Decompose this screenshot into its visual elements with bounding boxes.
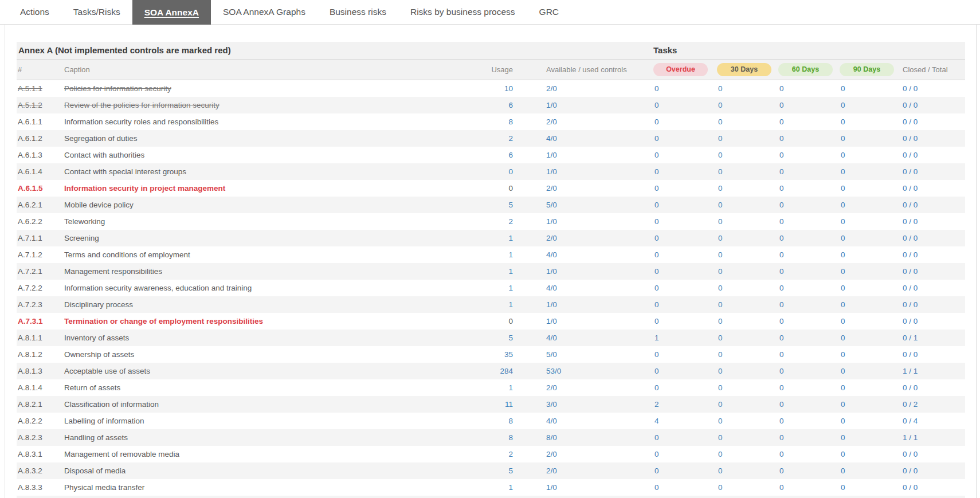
overdue-count[interactable]: 0	[653, 350, 717, 359]
closed-total-value[interactable]: 0 / 2	[901, 400, 965, 409]
30-days-count[interactable]: 0	[717, 101, 778, 109]
usage-value[interactable]: 1	[462, 267, 513, 276]
closed-total-value[interactable]: 0 / 0	[901, 250, 965, 259]
available-used-value[interactable]: 2/0	[513, 466, 653, 475]
90-days-count[interactable]: 0	[840, 134, 901, 143]
overdue-count[interactable]: 0	[653, 367, 717, 375]
90-days-count[interactable]: 0	[840, 184, 901, 193]
overdue-count[interactable]: 0	[653, 201, 717, 209]
tab-business-risks[interactable]: Business risks	[317, 0, 398, 24]
available-used-value[interactable]: 2/0	[513, 383, 653, 392]
30-days-count[interactable]: 0	[717, 317, 778, 326]
90-days-count[interactable]: 0	[840, 400, 901, 409]
closed-total-value[interactable]: 0 / 0	[901, 217, 965, 226]
available-used-value[interactable]: 1/0	[513, 267, 653, 276]
30-days-count[interactable]: 0	[717, 400, 778, 409]
available-used-value[interactable]: 8/0	[513, 433, 653, 442]
60-days-count[interactable]: 0	[778, 483, 840, 492]
60-days-count[interactable]: 0	[778, 466, 840, 475]
60-days-count[interactable]: 0	[778, 117, 840, 126]
60-days-count[interactable]: 0	[778, 184, 840, 193]
90-days-count[interactable]: 0	[840, 450, 901, 458]
90-days-count[interactable]: 0	[840, 250, 901, 259]
60-days-count[interactable]: 0	[778, 400, 840, 409]
30-days-count[interactable]: 0	[717, 217, 778, 226]
90-days-count[interactable]: 0	[840, 84, 901, 93]
tab-soa-annexa[interactable]: SOA AnnexA	[132, 0, 211, 25]
overdue-count[interactable]: 0	[653, 217, 717, 226]
90-days-count[interactable]: 0	[840, 433, 901, 442]
closed-total-value[interactable]: 0 / 0	[901, 383, 965, 392]
30-days-count[interactable]: 0	[717, 284, 778, 292]
90-days-count[interactable]: 0	[840, 234, 901, 242]
90-days-count[interactable]: 0	[840, 151, 901, 159]
available-used-value[interactable]: 4/0	[513, 134, 653, 143]
available-used-value[interactable]: 4/0	[513, 417, 653, 425]
60-days-count[interactable]: 0	[778, 417, 840, 425]
closed-total-value[interactable]: 0 / 0	[901, 84, 965, 93]
usage-value[interactable]: 1	[462, 250, 513, 259]
30-days-count[interactable]: 0	[717, 433, 778, 442]
usage-value[interactable]: 5	[462, 466, 513, 475]
90-days-count[interactable]: 0	[840, 167, 901, 176]
30-days-count[interactable]: 0	[717, 483, 778, 492]
overdue-count[interactable]: 0	[653, 466, 717, 475]
usage-value[interactable]: 8	[462, 417, 513, 425]
60-days-count[interactable]: 0	[778, 84, 840, 93]
30-days-count[interactable]: 0	[717, 267, 778, 276]
60-days-count[interactable]: 0	[778, 433, 840, 442]
overdue-count[interactable]: 0	[653, 433, 717, 442]
closed-total-value[interactable]: 0 / 0	[901, 284, 965, 292]
60-days-count[interactable]: 0	[778, 234, 840, 242]
usage-value[interactable]: 2	[462, 134, 513, 143]
closed-total-value[interactable]: 0 / 0	[901, 483, 965, 492]
usage-value[interactable]: 5	[462, 201, 513, 209]
90-days-count[interactable]: 0	[840, 101, 901, 109]
available-used-value[interactable]: 1/0	[513, 167, 653, 176]
30-days-count[interactable]: 0	[717, 151, 778, 159]
90-days-count[interactable]: 0	[840, 267, 901, 276]
usage-value[interactable]: 11	[462, 400, 513, 409]
90-days-count[interactable]: 0	[840, 483, 901, 492]
overdue-count[interactable]: 0	[653, 101, 717, 109]
available-used-value[interactable]: 5/0	[513, 350, 653, 359]
closed-total-value[interactable]: 0 / 0	[901, 450, 965, 458]
30-days-count[interactable]: 0	[717, 350, 778, 359]
closed-total-value[interactable]: 0 / 0	[901, 267, 965, 276]
closed-total-value[interactable]: 1 / 1	[901, 367, 965, 375]
30-days-count[interactable]: 0	[717, 417, 778, 425]
60-days-count[interactable]: 0	[778, 217, 840, 226]
60-days-count[interactable]: 0	[778, 450, 840, 458]
60-days-count[interactable]: 0	[778, 367, 840, 375]
usage-value[interactable]: 35	[462, 350, 513, 359]
overdue-count[interactable]: 0	[653, 151, 717, 159]
30-days-count[interactable]: 0	[717, 334, 778, 342]
available-used-value[interactable]: 2/0	[513, 184, 653, 193]
usage-value[interactable]: 5	[462, 334, 513, 342]
90-days-count[interactable]: 0	[840, 317, 901, 326]
90-days-count[interactable]: 0	[840, 284, 901, 292]
usage-value[interactable]: 0	[462, 167, 513, 176]
closed-total-value[interactable]: 0 / 4	[901, 417, 965, 425]
available-used-value[interactable]: 1/0	[513, 300, 653, 309]
available-used-value[interactable]: 4/0	[513, 250, 653, 259]
closed-total-value[interactable]: 0 / 0	[901, 466, 965, 475]
90-days-count[interactable]: 0	[840, 117, 901, 126]
usage-value[interactable]: 8	[462, 433, 513, 442]
overdue-count[interactable]: 0	[653, 250, 717, 259]
30-days-count[interactable]: 0	[717, 466, 778, 475]
30-days-count[interactable]: 0	[717, 167, 778, 176]
closed-total-value[interactable]: 0 / 0	[901, 101, 965, 109]
30-days-count[interactable]: 0	[717, 367, 778, 375]
available-used-value[interactable]: 2/0	[513, 450, 653, 458]
closed-total-value[interactable]: 0 / 0	[901, 317, 965, 326]
available-used-value[interactable]: 4/0	[513, 284, 653, 292]
60-days-count[interactable]: 0	[778, 250, 840, 259]
60-days-count[interactable]: 0	[778, 350, 840, 359]
60-days-count[interactable]: 0	[778, 383, 840, 392]
90-days-count[interactable]: 0	[840, 350, 901, 359]
usage-value[interactable]: 8	[462, 117, 513, 126]
closed-total-value[interactable]: 0 / 0	[901, 234, 965, 242]
available-used-value[interactable]: 2/0	[513, 117, 653, 126]
closed-total-value[interactable]: 0 / 0	[901, 350, 965, 359]
